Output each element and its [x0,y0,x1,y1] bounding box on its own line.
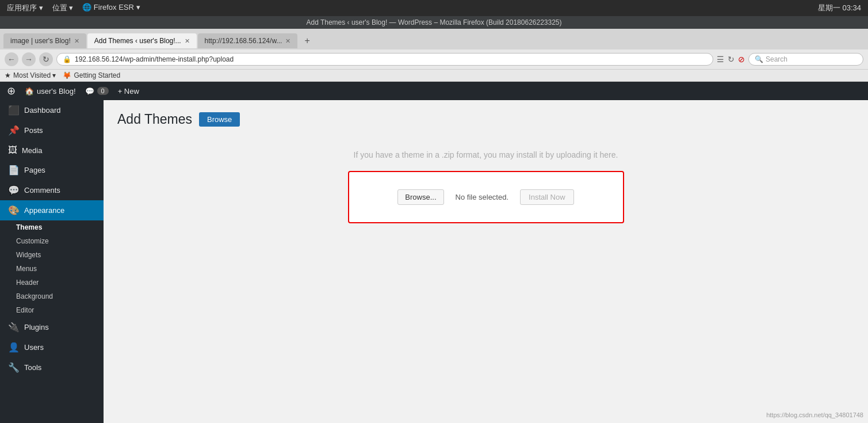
refresh-button[interactable]: ↻ [39,52,53,66]
most-visited-label: Most Visited ▾ [13,71,56,79]
sidebar-sub-menus[interactable]: Menus [0,262,104,276]
install-now-button[interactable]: Install Now [520,189,574,205]
new-tab-button[interactable]: + [299,32,315,49]
dashboard-icon: ⬛ [8,105,20,116]
sidebar-pages-label: Pages [24,166,45,174]
media-icon: 🖼 [8,145,17,155]
os-bar-left: 应用程序 ▾ 位置 ▾ 🌐 Firefox ESR ▾ [7,3,140,13]
os-menu-firefox[interactable]: 🌐 Firefox ESR ▾ [82,3,140,13]
menus-label: Menus [16,265,37,273]
sidebar-comments-label: Comments [24,186,60,195]
sidebar: ⬛ Dashboard 📌 Posts 🖼 Media 📄 Pages 💬 Co… [0,100,104,423]
search-box[interactable]: 🔍 Search [748,53,863,66]
tools-icon: 🔧 [8,362,20,373]
wp-site-link[interactable]: 🏠 user's Blog! [25,87,76,96]
block-icon[interactable]: ⊘ [738,55,745,64]
address-bar: ← → ↻ 🔒 192.168.56.124/wp-admin/theme-in… [0,49,868,70]
sidebar-media-label: Media [22,146,42,155]
tab-1[interactable]: image | user's Blog! ✕ [3,33,86,48]
sidebar-sub-widgets[interactable]: Widgets [0,248,104,262]
os-bar: 应用程序 ▾ 位置 ▾ 🌐 Firefox ESR ▾ 星期一 03:34 [0,0,868,16]
os-menu-apps[interactable]: 应用程序 ▾ [7,3,43,13]
security-icon: 🔒 [63,55,71,63]
most-visited-bookmark[interactable]: ★ Most Visited ▾ [5,71,56,79]
browse-themes-button[interactable]: Browse [199,112,240,127]
tab-1-label: image | user's Blog! [10,37,71,45]
page-header: Add Themes Browse [117,112,854,127]
most-visited-icon: ★ [5,71,11,79]
background-label: Background [16,292,53,300]
tab-3-close[interactable]: ✕ [285,37,290,45]
upload-info-text: If you have a theme in a .zip format, yo… [117,150,854,159]
tab-3[interactable]: http://192.168.56.124/w... ✕ [198,33,298,48]
wp-comments-link[interactable]: 💬 0 [85,87,109,96]
getting-started-label: Getting Started [74,71,120,79]
search-icon: 🔍 [755,55,763,63]
sidebar-item-users[interactable]: 👤 Users [0,337,104,357]
file-status-text: No file selected. [456,193,509,201]
tab-2[interactable]: Add Themes ‹ user's Blog!... ✕ [87,33,197,48]
forward-button[interactable]: → [22,52,36,66]
main-content: Add Themes Browse If you have a theme in… [104,100,868,423]
sidebar-menu: ⬛ Dashboard 📌 Posts 🖼 Media 📄 Pages 💬 Co… [0,100,104,378]
sidebar-item-pages[interactable]: 📄 Pages [0,160,104,180]
wp-layout: ⬛ Dashboard 📌 Posts 🖼 Media 📄 Pages 💬 Co… [0,100,868,423]
sidebar-users-label: Users [24,343,44,352]
watermark: https://blog.csdn.net/qq_34801748 [766,411,863,418]
tab-3-label: http://192.168.56.124/w... [205,37,282,45]
sidebar-item-tools[interactable]: 🔧 Tools [0,357,104,378]
plugins-icon: 🔌 [8,322,20,333]
posts-icon: 📌 [8,125,20,136]
appearance-icon: 🎨 [8,205,20,216]
themes-label: Themes [16,223,42,231]
sidebar-posts-label: Posts [24,126,43,135]
home-icon: 🏠 [25,87,34,96]
browser-title-bar: Add Themes ‹ user's Blog! — WordPress – … [0,16,868,29]
sidebar-item-posts[interactable]: 📌 Posts [0,120,104,140]
comments-icon: 💬 [8,185,20,196]
sidebar-item-appearance[interactable]: 🎨 Appearance [0,200,104,220]
widgets-label: Widgets [16,251,41,259]
firefox-icon: 🦊 [63,71,71,79]
os-time: 星期一 03:34 [818,3,861,13]
pages-icon: 📄 [8,165,20,176]
wp-new-link[interactable]: + New [118,87,139,96]
comment-count: 0 [97,87,109,95]
editor-label: Editor [16,306,34,314]
os-menu-location[interactable]: 位置 ▾ [52,3,74,13]
sidebar-sub-header[interactable]: Header [0,276,104,289]
sidebar-item-comments[interactable]: 💬 Comments [0,180,104,200]
back-button[interactable]: ← [5,52,18,66]
header-label: Header [16,279,39,287]
sidebar-sub-editor[interactable]: Editor [0,303,104,317]
sidebar-item-dashboard[interactable]: ⬛ Dashboard [0,100,104,120]
tab-1-close[interactable]: ✕ [74,37,79,45]
page-title: Add Themes [117,112,192,127]
getting-started-bookmark[interactable]: 🦊 Getting Started [63,71,120,79]
users-icon: 👤 [8,342,20,353]
tab-2-label: Add Themes ‹ user's Blog!... [94,37,181,45]
sidebar-sub-background[interactable]: Background [0,289,104,303]
sidebar-sub-customize[interactable]: Customize [0,234,104,248]
tab-bar: image | user's Blog! ✕ Add Themes ‹ user… [0,29,868,49]
url-box[interactable]: 🔒 192.168.56.124/wp-admin/theme-install.… [56,53,713,66]
tab-2-close[interactable]: ✕ [185,37,190,45]
browser-title: Add Themes ‹ user's Blog! — WordPress – … [306,18,561,26]
address-icons: ☰ ↻ ⊘ [717,55,745,64]
reader-view-icon[interactable]: ☰ [717,55,724,64]
site-name: user's Blog! [37,87,76,96]
reload-icon[interactable]: ↻ [728,55,735,64]
comment-icon: 💬 [85,87,94,96]
sidebar-tools-label: Tools [24,363,41,372]
customize-label: Customize [16,237,49,245]
url-text: 192.168.56.124/wp-admin/theme-install.ph… [75,55,707,63]
sidebar-plugins-label: Plugins [24,323,49,331]
sidebar-dashboard-label: Dashboard [24,106,61,115]
file-browse-button[interactable]: Browse... [397,189,443,205]
sidebar-item-plugins[interactable]: 🔌 Plugins [0,317,104,337]
upload-box: Browse... No file selected. Install Now [348,171,624,223]
new-content-label: + New [118,87,139,96]
sidebar-sub-themes[interactable]: Themes [0,220,104,234]
wp-logo-item[interactable]: ⊕ [7,85,16,97]
sidebar-item-media[interactable]: 🖼 Media [0,140,104,160]
